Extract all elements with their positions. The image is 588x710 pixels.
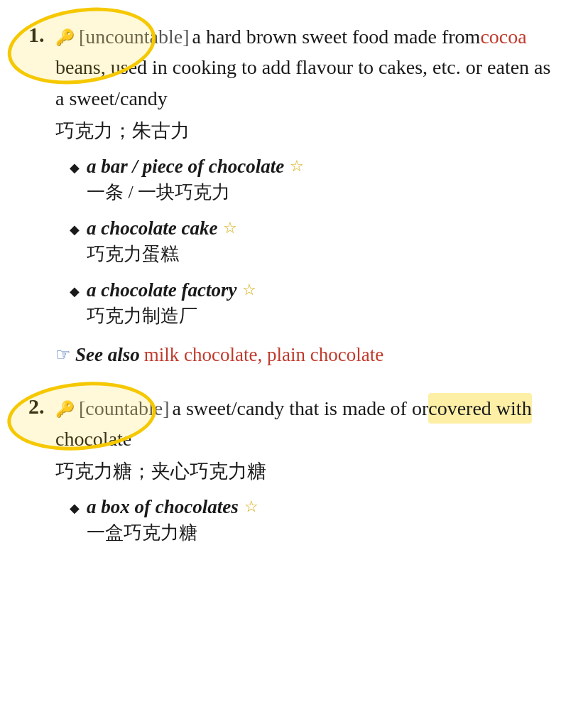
definition-text-1b: beans, used in cooking to add flavour to…: [55, 52, 560, 114]
tag-countable: [countable]: [79, 393, 170, 424]
star-button-cake[interactable]: ☆: [223, 220, 237, 236]
entry-1-row: 1. 🔑 [uncountable] a hard brown sweet fo…: [28, 21, 560, 382]
star-button-bar[interactable]: ☆: [290, 158, 304, 174]
example-text-factory: a chocolate factory: [87, 279, 236, 301]
example-english-bar: a bar / piece of chocolate ☆: [87, 156, 304, 178]
chinese-translation-1: 巧克力；朱古力: [55, 117, 560, 146]
example-chinese-factory: 巧克力制造厂: [87, 303, 256, 328]
definition-text-2a: a sweet/candy that is made of or: [173, 393, 429, 424]
definition-text-1: a hard brown sweet food made from: [192, 21, 481, 52]
example-english-box: a box of chocolates ☆: [87, 496, 258, 518]
example-item-box: ◆ a box of chocolates ☆ 一盒巧克力糖: [70, 496, 560, 545]
star-button-box[interactable]: ☆: [244, 499, 258, 515]
star-button-factory[interactable]: ☆: [242, 282, 256, 298]
example-content-bar: a bar / piece of chocolate ☆ 一条 / 一块巧克力: [87, 156, 304, 205]
example-item-cake: ◆ a chocolate cake ☆ 巧克力蛋糕: [70, 217, 560, 267]
entry-2-row: 2. 🔑 [countable] a sweet/candy that is m…: [28, 393, 560, 558]
number-label: 1.: [28, 23, 45, 46]
examples-list-1: ◆ a bar / piece of chocolate ☆ 一条 / 一块巧克…: [70, 156, 560, 328]
key-icon-1: 🔑: [55, 26, 75, 50]
covered-with-highlight: covered with: [428, 393, 531, 424]
example-chinese-cake: 巧克力蛋糕: [87, 242, 237, 267]
examples-list-2: ◆ a box of chocolates ☆ 一盒巧克力糖: [70, 496, 560, 545]
example-text-cake: a chocolate cake: [87, 217, 217, 240]
example-text-bar: a bar / piece of chocolate: [87, 156, 284, 178]
entry-1-number: 1.: [28, 21, 55, 47]
example-content-cake: a chocolate cake ☆ 巧克力蛋糕: [87, 217, 237, 267]
entry-2-body: 🔑 [countable] a sweet/candy that is made…: [55, 393, 560, 558]
example-text-box: a box of chocolates: [87, 496, 239, 518]
see-also-label: See also: [75, 344, 140, 366]
entry-2-section: 2. 🔑 [countable] a sweet/candy that is m…: [28, 393, 560, 558]
entry-1-section: 1. 🔑 [uncountable] a hard brown sweet fo…: [28, 21, 560, 382]
diamond-icon-4: ◆: [70, 500, 80, 516]
example-item-bar: ◆ a bar / piece of chocolate ☆ 一条 / 一块巧克…: [70, 156, 560, 205]
entry-1-body: 🔑 [uncountable] a hard brown sweet food …: [55, 21, 560, 382]
key-icon-2: 🔑: [55, 397, 75, 421]
cocoa-link[interactable]: cocoa: [480, 21, 526, 52]
chinese-translation-2: 巧克力糖；夹心巧克力糖: [55, 457, 560, 486]
entry-2-number: 2.: [28, 393, 55, 419]
number-label-2: 2.: [28, 394, 45, 418]
see-also-icon: ☞: [55, 345, 71, 365]
definition-text-2b: chocolate: [55, 424, 131, 454]
example-english-cake: a chocolate cake ☆: [87, 217, 237, 240]
diamond-icon-1: ◆: [70, 160, 80, 176]
definition-line-2: 🔑 [countable] a sweet/candy that is made…: [55, 393, 560, 455]
example-english-factory: a chocolate factory ☆: [87, 279, 256, 301]
diamond-icon-3: ◆: [70, 284, 80, 299]
example-chinese-bar: 一条 / 一块巧克力: [87, 180, 304, 205]
definition-line-1: 🔑 [uncountable] a hard brown sweet food …: [55, 21, 560, 114]
example-content-box: a box of chocolates ☆ 一盒巧克力糖: [87, 496, 258, 545]
diamond-icon-2: ◆: [70, 222, 80, 237]
see-also-section: ☞ See also milk chocolate, plain chocola…: [55, 344, 560, 366]
example-content-factory: a chocolate factory ☆ 巧克力制造厂: [87, 279, 256, 328]
example-chinese-box: 一盒巧克力糖: [87, 520, 258, 545]
see-also-links[interactable]: milk chocolate, plain chocolate: [144, 344, 383, 366]
example-item-factory: ◆ a chocolate factory ☆ 巧克力制造厂: [70, 279, 560, 328]
tag-uncountable: [uncountable]: [79, 21, 190, 52]
